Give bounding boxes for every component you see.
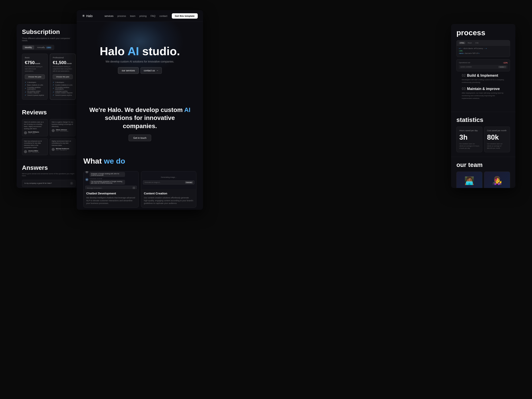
contact-us-button[interactable]: contact us →: [140, 67, 162, 74]
nav-process[interactable]: process: [117, 15, 126, 17]
check-icon: ✓: [53, 81, 54, 83]
chat-user-time: 8:15 AM: [89, 171, 125, 171]
step-build-title: Build & Implement: [467, 74, 498, 78]
chat-ai-avatar: AI: [85, 178, 89, 181]
basic-plan-price: €750/month: [25, 60, 45, 65]
react-tab[interactable]: React: [467, 42, 473, 44]
pro-feature-5: ✓Cancel & pause anytime: [53, 94, 73, 96]
nav-faq[interactable]: FAQ: [151, 15, 155, 17]
chat-user-message: Y 8:15 AM Schedule a Google meeting with…: [85, 171, 137, 177]
content-preview: Generating image... Generate an image of…: [141, 171, 196, 189]
reviewer-3-role: CEO - Standard AI: [28, 152, 39, 153]
annually-toggle[interactable]: Annually -20%: [35, 45, 54, 50]
chat-input-placeholder: Message Ai Assistant...: [87, 187, 103, 189]
review-2-text: Halo is a game changer for any business …: [52, 121, 74, 127]
statistics-title: statistics: [456, 116, 510, 123]
chat-input-bar[interactable]: Message Ai Assistant... ↑: [85, 186, 137, 189]
chat-ai-bubble: I've successfully scheduled a Google mee…: [89, 180, 125, 185]
code-efficiency: +20%: [459, 50, 508, 52]
discount-badge: -20%: [46, 47, 51, 49]
chat-user-bubble: Schedule a Google meeting with John for …: [89, 172, 125, 177]
operational-cost-label: Operational cost: [459, 62, 470, 63]
hero-subtitle: We develop custom AI solutions for innov…: [106, 60, 174, 63]
reviewer-4-avatar: [52, 148, 55, 151]
generating-text: Generating image...: [161, 176, 177, 178]
content-desc: Our content creation solutions effortles…: [144, 196, 194, 205]
update-button[interactable]: Update ↑: [498, 66, 506, 68]
answers-section: Answers We've gone ahead and answered so…: [17, 160, 81, 188]
monthly-toggle[interactable]: Monthly: [23, 45, 34, 50]
chat-ai-message: AI Ai Assistant 8:19 AM I've successfull…: [85, 178, 137, 185]
navigation: ✳ Halo services process team pricing FAQ…: [77, 10, 203, 22]
basic-plan-name: Basic: [25, 57, 45, 59]
subscription-section: Subscription Three different subscriptio…: [17, 24, 81, 104]
check-icon: ✓: [25, 81, 26, 83]
step-build-num: 02: [462, 74, 466, 78]
process-stats-panel: Operational cost -11% Update available U…: [456, 59, 510, 71]
get-in-touch-button[interactable]: Get in touch: [129, 134, 151, 141]
nav-contact[interactable]: contact: [159, 15, 167, 17]
team-grid: 🧑🏾‍💻 Developer Jason Davis 👩‍🎤 COO Maria…: [456, 171, 510, 188]
step-maintain-title: Maintain & improve: [467, 87, 500, 91]
what-we-do-section: What we do: [77, 150, 203, 171]
logo: ✳ Halo: [82, 14, 93, 18]
team-member-2: 👩‍🎤 COO Maria Wilson: [484, 171, 510, 188]
basic-plan-card: Basic €750/month For businesses looking …: [22, 54, 48, 100]
basic-plan-button[interactable]: Choose this plan: [25, 75, 45, 79]
pro-feature-3: ✓15 monthly workflow automations: [53, 87, 73, 90]
nav-services[interactable]: services: [105, 15, 114, 17]
faq-1-question: Is my company a good fit for Halo?: [24, 182, 52, 184]
hours-saved-label: Hours saved per day: [459, 129, 480, 132]
main-panel: ✳ Halo services process team pricing FAQ…: [77, 10, 203, 210]
step-build-header: 02 Build & Implement: [462, 74, 505, 78]
statistics-section: statistics Hours saved per day 3h Our so…: [451, 112, 515, 157]
check-icon: ✓: [53, 91, 54, 93]
hero-section: Halo AI studio. We develop custom AI sol…: [77, 22, 203, 97]
reviewer-1: David Williams CTO - Mako: [24, 131, 46, 134]
nav-team[interactable]: team: [130, 15, 135, 17]
process-title: process: [456, 28, 510, 37]
pro-plan-button[interactable]: Choose this plan: [53, 75, 73, 79]
reviewer-3-name: Jessica Miller: [28, 150, 39, 152]
css-tab[interactable]: CSS: [474, 42, 480, 44]
feature-5: ✓Cancel & pause anytime: [25, 94, 45, 96]
code-tabs: HTML React CSS: [457, 40, 510, 46]
chat-ai-label: Ai Assistant 8:19 AM: [89, 178, 125, 179]
html-tab[interactable]: HTML: [459, 42, 465, 44]
nav-pricing[interactable]: pricing: [139, 15, 146, 17]
reviewer-4: Michael Anderson CEO - Standard AI: [52, 148, 74, 151]
content-placeholder: Generate an image of...: [145, 182, 161, 183]
faq-1[interactable]: Is my company a good fit for Halo? +: [22, 180, 76, 187]
chat-send-icon[interactable]: ↑: [133, 187, 135, 189]
chat-user-avatar: Y: [85, 171, 89, 173]
step-maintain-num: 03: [462, 87, 466, 91]
process-section: process HTML React CSS <!-- distribute e…: [451, 24, 515, 112]
feature-4: ✓30 monthly content creation requests: [25, 90, 45, 94]
check-icon: ✓: [25, 91, 26, 93]
get-template-button[interactable]: Get this template: [172, 13, 198, 19]
team-section: our team 🧑🏾‍💻 Developer Jason Davis 👩‍🎤 …: [451, 157, 515, 188]
code-area: <!-- distribute efficiency --> +20% <met…: [457, 46, 510, 57]
reviewer-4-role: CEO - Standard AI: [56, 149, 69, 151]
what-we-do-title: What we do: [83, 157, 196, 165]
team-title: our team: [456, 161, 510, 168]
check-icon: ✓: [25, 87, 26, 89]
chatbot-card: Y 8:15 AM Schedule a Google meeting with…: [83, 171, 139, 208]
faq-1-expand-icon[interactable]: +: [70, 182, 73, 185]
generate-button[interactable]: Generate: [185, 181, 193, 184]
chat-preview: Y 8:15 AM Schedule a Google meeting with…: [83, 171, 139, 189]
reviews-section: Reviews Halo's AI solutions save us a to…: [17, 104, 81, 159]
operational-cost-value: -11%: [503, 62, 508, 64]
review-3: Halo has enhanced our AI consultancy for…: [22, 138, 48, 155]
reviewer-2: Olivia Johnson CEO - AutomateMine: [52, 129, 74, 132]
content-input-bar[interactable]: Generate an image of... Generate: [143, 180, 194, 184]
reviews-title: Reviews: [22, 109, 76, 116]
team-member-2-avatar: 👩‍🎤: [484, 172, 510, 188]
hours-saved-desc: Our solutions save our clients an averag…: [459, 143, 480, 149]
our-services-button[interactable]: our services: [118, 67, 139, 74]
nav-links: services process team pricing FAQ contac…: [105, 15, 167, 17]
check-icon: ✓: [53, 87, 54, 89]
right-panel: process HTML React CSS <!-- distribute e…: [451, 24, 515, 188]
reviewer-3-avatar: [24, 150, 27, 153]
pricing-cards: Basic €750/month For businesses looking …: [22, 54, 76, 100]
